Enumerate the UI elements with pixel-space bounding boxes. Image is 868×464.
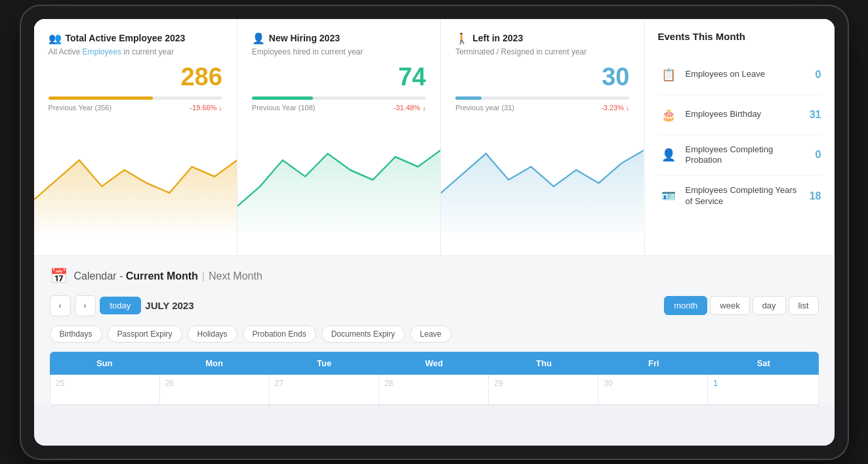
- change-indicator-2: -31.48% ↓: [394, 104, 426, 112]
- calendar-title: Calendar - Current Month|Next Month: [74, 270, 262, 282]
- event-item-birthday: 🎂 Employees Birthday 31: [658, 95, 821, 135]
- view-btn-week[interactable]: week: [710, 296, 749, 315]
- stat-header-2: 👤 New Hiring 2023: [252, 32, 426, 45]
- filter-tags: Birthdays Passport Expiry Holidays Proba…: [50, 326, 819, 343]
- change-indicator-3: -3.23% ↓: [601, 104, 629, 112]
- view-buttons: month week day list: [664, 296, 818, 315]
- filter-leave[interactable]: Leave: [410, 326, 451, 343]
- progress-bar-3: [455, 96, 629, 100]
- stat-title-3: Left in 2023: [472, 33, 523, 43]
- chart-area-3: [441, 121, 644, 232]
- day-header-wed: Wed: [379, 352, 489, 375]
- event-label-probation: Employees Completing Probation: [686, 144, 806, 167]
- day-header-tue: Tue: [269, 352, 379, 375]
- calendar-cell-1[interactable]: 1: [708, 375, 817, 405]
- progress-fill-3: [455, 96, 482, 100]
- chart-svg-3: [441, 121, 644, 232]
- day-header-sun: Sun: [50, 352, 159, 375]
- event-item-probation: 👤 Employees Completing Probation 0: [658, 135, 821, 177]
- change-indicator-1: -19.66% ↓: [190, 104, 222, 112]
- events-panel: Events This Month 📋 Employees on Leave 0…: [644, 19, 835, 255]
- service-icon: 🪪: [658, 186, 679, 207]
- stat-value-1: 286: [49, 63, 222, 91]
- filter-probation[interactable]: Probation Ends: [243, 326, 316, 343]
- stat-title-1: Total Active Employee 2023: [66, 33, 186, 43]
- chart-svg-2: [238, 121, 440, 232]
- stat-header-3: 🚶 Left in 2023: [455, 32, 629, 45]
- employees-icon: 👥: [49, 32, 62, 45]
- event-item-service: 🪪 Employees Completing Years of Service …: [658, 176, 821, 217]
- filter-documents[interactable]: Documents Expiry: [321, 326, 405, 343]
- calendar-header-row: 📅 Calendar - Current Month|Next Month: [50, 268, 819, 285]
- event-item-leave: 📋 Employees on Leave 0: [658, 55, 821, 95]
- today-button[interactable]: today: [100, 297, 142, 314]
- birthday-icon: 🎂: [658, 104, 679, 125]
- chart-svg-1: [34, 121, 237, 232]
- day-header-sat: Sat: [709, 352, 818, 375]
- left-icon: 🚶: [455, 32, 468, 45]
- stat-header-1: 👥 Total Active Employee 2023: [49, 32, 222, 45]
- calendar-cell-25[interactable]: 25: [51, 375, 160, 405]
- stat-subtitle-3: Terminated / Resigned in current year: [455, 47, 629, 56]
- calendar-cell-30[interactable]: 30: [598, 375, 708, 405]
- stat-value-2: 74: [252, 63, 426, 91]
- leave-icon: 📋: [658, 64, 679, 85]
- day-header-fri: Fri: [599, 352, 709, 375]
- event-count-leave: 0: [806, 69, 821, 81]
- view-btn-list[interactable]: list: [789, 296, 819, 315]
- stat-title-2: New Hiring 2023: [269, 33, 340, 43]
- calendar-grid-header: Sun Mon Tue Wed Thu Fri Sat: [50, 352, 819, 375]
- calendar-cell-28[interactable]: 28: [379, 375, 489, 405]
- next-month-button[interactable]: ›: [75, 295, 96, 316]
- event-label-service: Employees Completing Years of Service: [686, 185, 806, 207]
- progress-bar-2: [252, 96, 426, 100]
- stat-footer-3: Previous year (31) -3.23% ↓: [455, 104, 629, 112]
- probation-icon: 👤: [658, 144, 679, 165]
- chart-area-1: [34, 121, 237, 232]
- events-title: Events This Month: [658, 31, 821, 42]
- calendar-section: 📅 Calendar - Current Month|Next Month ‹ …: [34, 256, 835, 406]
- stat-subtitle-2: Employees hired in current year: [252, 47, 426, 56]
- filter-birthdays[interactable]: Birthdays: [50, 326, 102, 343]
- stat-subtitle-1: All Active Employees in current year: [49, 47, 222, 56]
- event-label-birthday: Employees Birthday: [686, 109, 806, 120]
- month-label: JULY 2023: [145, 300, 194, 311]
- event-count-probation: 0: [806, 149, 821, 161]
- day-header-thu: Thu: [489, 352, 598, 375]
- stat-card-left: 🚶 Left in 2023 Terminated / Resigned in …: [441, 19, 644, 255]
- filter-holidays[interactable]: Holidays: [188, 326, 238, 343]
- prev-month-button[interactable]: ‹: [50, 295, 71, 316]
- calendar-cell-29[interactable]: 29: [489, 375, 598, 405]
- stat-card-new-hiring: 👤 New Hiring 2023 Employees hired in cur…: [238, 19, 441, 255]
- stat-footer-2: Previous Year (108) -31.48% ↓: [252, 104, 426, 112]
- stat-footer-1: Previous Year (356) -19.66% ↓: [49, 104, 222, 112]
- progress-fill-1: [49, 96, 153, 100]
- calendar-cell-26[interactable]: 26: [160, 375, 270, 405]
- view-btn-day[interactable]: day: [753, 296, 786, 315]
- progress-bar-1: [49, 96, 222, 100]
- day-header-mon: Mon: [159, 352, 269, 375]
- event-count-birthday: 31: [806, 109, 821, 121]
- progress-fill-2: [252, 96, 313, 100]
- event-label-leave: Employees on Leave: [686, 69, 806, 80]
- event-count-service: 18: [806, 190, 821, 202]
- calendar-icon: 📅: [50, 268, 68, 285]
- calendar-grid-body: 25 26 27 28 29 30 1: [50, 375, 819, 406]
- chart-area-2: [238, 121, 440, 232]
- calendar-cell-27[interactable]: 27: [270, 375, 379, 405]
- calendar-controls: ‹ › today JULY 2023 month week day list: [50, 295, 819, 316]
- stat-value-3: 30: [455, 63, 629, 91]
- filter-passport[interactable]: Passport Expiry: [108, 326, 182, 343]
- hiring-icon: 👤: [252, 32, 265, 45]
- view-btn-month[interactable]: month: [664, 296, 707, 315]
- cal-nav: ‹ › today JULY 2023: [50, 295, 194, 316]
- stat-card-total-active: 👥 Total Active Employee 2023 All Active …: [34, 19, 238, 255]
